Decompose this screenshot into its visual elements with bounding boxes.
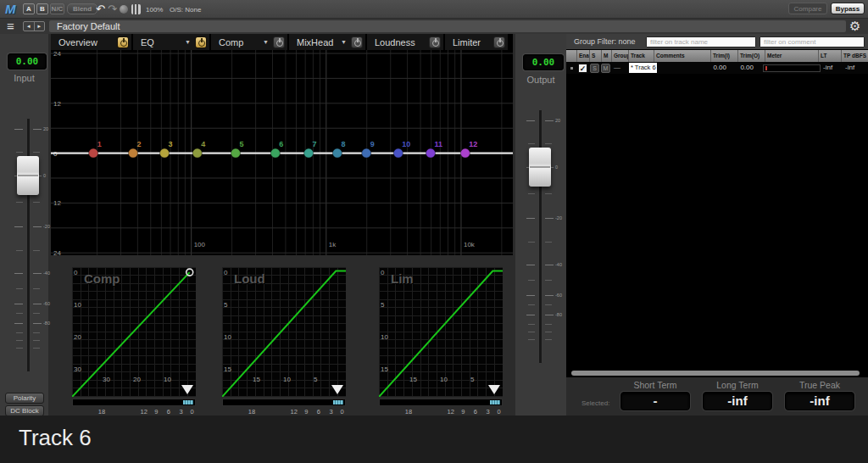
power-icon[interactable] — [273, 36, 285, 48]
column-header: Meter — [765, 50, 818, 62]
column-header: M — [601, 50, 611, 62]
nc-button[interactable]: N/C — [50, 3, 64, 14]
compare-button[interactable]: Compare — [788, 3, 827, 14]
trim-in-cell[interactable]: 0.00 — [702, 64, 726, 71]
trim-out-cell[interactable]: 0.00 — [729, 64, 754, 71]
input-label: Input — [0, 73, 48, 83]
svg-text:8: 8 — [341, 140, 345, 148]
fader-tick — [545, 295, 554, 296]
eq-band-4[interactable]: 4 — [192, 140, 205, 158]
chevron-down-icon[interactable]: ▼ — [185, 39, 191, 45]
fader-tick — [545, 315, 554, 315]
fader-tick — [16, 288, 23, 289]
column-header — [566, 50, 576, 62]
redo-icon[interactable]: ↷ — [108, 3, 117, 15]
eq-band-12[interactable]: 12 — [460, 140, 477, 158]
threshold-marker-icon[interactable] — [488, 385, 500, 394]
input-gain-display[interactable]: 0.00 — [8, 53, 47, 70]
meter-scale-label: 12 — [291, 408, 298, 416]
track-name-cell[interactable]: * Track 6 — [629, 63, 657, 73]
blend-button[interactable]: Blend — [67, 3, 97, 14]
svg-text:9: 9 — [370, 140, 375, 148]
tab-label: EQ — [133, 37, 154, 47]
power-icon[interactable] — [351, 36, 363, 48]
eq-band-10[interactable]: 10 — [393, 140, 410, 158]
mute-button[interactable]: M — [601, 64, 610, 73]
eq-band-2[interactable]: 2 — [129, 140, 142, 158]
polarity-button[interactable]: Polarity — [5, 393, 44, 404]
group-filter-label[interactable]: Group Filter: none — [574, 37, 636, 46]
fader-tick-label: -20 — [43, 224, 50, 229]
bypass-button[interactable]: Bypass — [831, 3, 865, 14]
column-header: Ena — [576, 50, 589, 62]
tracks-table-header: EnaSMGroupTrackCommentsTrim(I)Trim(O)Met… — [566, 50, 868, 62]
eq-band-7[interactable]: 7 — [304, 140, 317, 158]
menu-icon[interactable]: ≡ — [7, 19, 14, 34]
snapshot-a-button[interactable]: A — [23, 3, 35, 14]
tab-loudness[interactable]: Loudness — [367, 34, 445, 50]
group-cell[interactable]: — — [614, 64, 620, 71]
tab-eq[interactable]: EQ▼ — [133, 34, 211, 50]
row-bullet — [570, 67, 573, 70]
settings-gear-icon[interactable]: ⚙ — [849, 19, 860, 34]
chevron-down-icon[interactable]: ▼ — [263, 39, 269, 45]
plugin-window: M A B N/C Blend ↶ ↷ 100% O/S: None Compa… — [0, 0, 868, 463]
next-preset-button[interactable]: ► — [35, 22, 45, 31]
svg-text:12: 12 — [469, 140, 477, 148]
power-icon[interactable] — [493, 36, 505, 48]
fader-tick — [545, 218, 554, 219]
meter-scale-label: 18 — [248, 408, 255, 416]
meter-scale-label: 6 — [317, 408, 320, 416]
enable-checkbox[interactable]: ✓ — [578, 64, 587, 73]
fader-tick-label: 20 — [43, 126, 48, 131]
long-term-display: -inf — [703, 392, 772, 410]
eq-band-5[interactable]: 5 — [231, 140, 244, 158]
eq-band-1[interactable]: 1 — [89, 140, 102, 158]
meter-segment — [333, 400, 343, 404]
fader-tick — [545, 332, 552, 332]
eq-band-9[interactable]: 9 — [362, 140, 375, 158]
eq-overview-graph[interactable]: 2412012241001k10k123456789101112 — [51, 50, 513, 255]
power-icon[interactable] — [429, 36, 441, 48]
solo-button[interactable]: S — [590, 64, 599, 73]
threshold-marker-icon[interactable] — [331, 385, 343, 394]
track-row[interactable]: ✓SM—* Track 60.000.00-inf-inf — [566, 62, 868, 74]
comp-gr-meter — [72, 399, 196, 406]
meter-scale-label: 18 — [405, 408, 412, 416]
fader-handle[interactable] — [17, 156, 39, 195]
preset-nav: ◄ ► — [23, 21, 45, 31]
curve-knob[interactable] — [186, 269, 193, 276]
snapshot-b-button[interactable]: B — [36, 3, 48, 14]
knob-icon[interactable] — [120, 5, 128, 14]
channel-config-icon[interactable] — [131, 4, 141, 14]
lt-lufs-cell: -inf — [823, 64, 832, 71]
output-gain-display[interactable]: 0.00 — [523, 54, 564, 70]
fader-tick-label: -40 — [555, 262, 562, 267]
threshold-marker-icon[interactable] — [181, 385, 193, 394]
tracks-scrollbar[interactable] — [571, 371, 860, 376]
input-strip: 0.00 Input Polarity DC Block 200-20-40-6… — [0, 34, 48, 416]
power-icon[interactable] — [117, 36, 129, 48]
meter-scale-label: 3 — [486, 408, 489, 416]
fader-tick — [526, 120, 535, 121]
filter-comment-input[interactable] — [760, 36, 865, 47]
meter-scale-label: 9 — [461, 408, 465, 416]
eq-band-8[interactable]: 8 — [332, 140, 345, 158]
fader-handle[interactable] — [529, 148, 551, 187]
fader-tick — [33, 288, 40, 289]
undo-icon[interactable]: ↶ — [96, 3, 105, 15]
tab-label: Limiter — [445, 37, 481, 47]
tab-limiter[interactable]: Limiter — [445, 34, 509, 50]
fader-tick — [16, 313, 23, 314]
tab-comp[interactable]: Comp▼ — [211, 34, 289, 50]
filter-track-name-input[interactable] — [646, 36, 756, 47]
comp-mini-graph: Comp010203030201018129630 — [72, 267, 196, 418]
tab-mixhead[interactable]: MixHead▼ — [289, 34, 367, 50]
fader-tick — [528, 193, 535, 194]
meter-label: True Peak — [782, 380, 858, 390]
power-icon[interactable] — [195, 36, 207, 48]
tab-overview[interactable]: Overview — [51, 34, 133, 50]
preset-name-field[interactable]: Factory Default — [49, 20, 846, 32]
prev-preset-button[interactable]: ◄ — [24, 22, 35, 31]
chevron-down-icon[interactable]: ▼ — [341, 39, 347, 45]
